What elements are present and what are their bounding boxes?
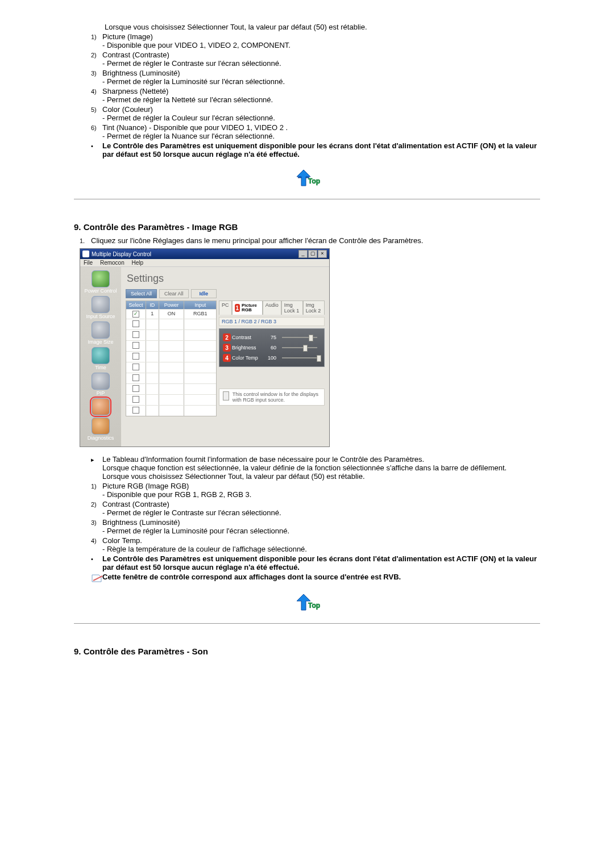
table-row[interactable] xyxy=(126,394,216,405)
slider-panel: 2 Contrast 75 3 Brightness 60 xyxy=(219,328,325,367)
tab-imglock1[interactable]: Img Lock 1 xyxy=(281,301,303,315)
separator-2 xyxy=(74,623,540,624)
mdc-main-title: Settings xyxy=(127,273,325,285)
table-row[interactable]: 1 ON RGB1 xyxy=(126,309,216,319)
item-4: 4) Sharpness (Netteté) - Permet de régle… xyxy=(91,87,540,104)
document-body: Lorsque vous choisissez Sélectionner Tou… xyxy=(74,23,540,656)
row-checkbox[interactable] xyxy=(132,342,139,349)
menu-help[interactable]: Help xyxy=(132,260,144,266)
top-fragment: Lorsque vous choisissez Sélectionner Tou… xyxy=(74,23,540,158)
item-1-title: Picture (Image) xyxy=(102,32,540,41)
table-row[interactable] xyxy=(126,319,216,329)
section-rgb-heading: 9. Contrôle des Paramètres - Image RGB xyxy=(74,222,540,232)
mdc-main: Settings Select All Clear All Idle Selec… xyxy=(121,267,329,446)
table-row[interactable] xyxy=(126,383,216,394)
menu-remocon[interactable]: Remocon xyxy=(100,260,125,266)
table-row[interactable] xyxy=(126,405,216,416)
callout-4: 4 xyxy=(223,354,231,362)
table-row[interactable] xyxy=(126,340,216,351)
top-link-1[interactable]: Top xyxy=(74,170,540,190)
row-checkbox[interactable] xyxy=(132,311,139,318)
idle-button[interactable]: Idle xyxy=(191,289,217,298)
slider-track[interactable] xyxy=(282,347,317,348)
row-checkbox[interactable] xyxy=(132,331,139,338)
mdc-title: Multiple Display Control xyxy=(92,251,151,257)
tab-imglock2[interactable]: Img Lock 2 xyxy=(303,301,325,315)
item-2-sub: - Permet de régler le Contraste sur l'éc… xyxy=(102,59,540,68)
item-5-sub: - Permet de régler la Couleur sur l'écra… xyxy=(102,114,540,122)
mdc-window: Multiple Display Control _ ▢ × File Remo… xyxy=(80,248,330,447)
table-row[interactable] xyxy=(126,351,216,362)
row-checkbox[interactable] xyxy=(132,320,139,327)
slider-track[interactable] xyxy=(282,337,317,338)
mdc-titlebar: Multiple Display Control _ ▢ × xyxy=(80,249,329,259)
top-link-2[interactable]: Top xyxy=(74,594,540,614)
minimize-button[interactable]: _ xyxy=(298,250,308,258)
item-4-sub: - Permet de régler la Netteté sur l'écra… xyxy=(102,95,540,104)
top-arrow-icon: Top xyxy=(293,170,321,188)
top-note: • Le Contrôle des Paramètres est uniquem… xyxy=(91,141,540,158)
subtabs: RGB 1 / RGB 2 / RGB 3 xyxy=(219,317,325,326)
menu-file[interactable]: File xyxy=(84,260,93,266)
th-select: Select xyxy=(126,301,146,309)
svg-text:Top: Top xyxy=(308,602,320,610)
row-checkbox[interactable] xyxy=(132,385,139,392)
slider-colortemp: 4 Color Temp 100 xyxy=(223,354,321,362)
table-row[interactable] xyxy=(126,373,216,383)
section-son-heading: 9. Contrôle des Paramètres - Son xyxy=(74,646,540,656)
row-checkbox[interactable] xyxy=(132,353,139,360)
table-row[interactable] xyxy=(126,362,216,373)
sidebar-power-control[interactable]: Power Control xyxy=(80,270,121,294)
tab-audio[interactable]: Audio xyxy=(263,301,281,315)
tabrow: PC 1 Picture RGB Audio Img Lock 1 Img Lo… xyxy=(219,301,325,315)
item-6-extra: - Disponible que pour VIDEO 1, VIDEO 2 . xyxy=(149,123,288,132)
th-power: Power xyxy=(159,301,185,309)
maximize-button[interactable]: ▢ xyxy=(308,250,317,258)
clear-all-button[interactable]: Clear All xyxy=(159,289,189,298)
rgb-item-3: 3) Brightness (Luminosité) - Permet de r… xyxy=(91,518,540,535)
item-1-sub: - Disponible que pour VIDEO 1, VIDEO 2, … xyxy=(102,41,540,49)
mdc-menubar: File Remocon Help xyxy=(80,259,329,267)
note-pin-icon xyxy=(91,574,103,583)
item-3-title: Brightness (Luminosité) xyxy=(102,69,540,77)
row-checkbox[interactable] xyxy=(132,364,139,370)
row-checkbox[interactable] xyxy=(132,407,139,414)
rgb-item-1: 1) Picture RGB (Image RGB) - Disponible … xyxy=(91,482,540,499)
sidebar-diagnostics[interactable]: Diagnostics xyxy=(80,418,121,441)
svg-text:Top: Top xyxy=(308,177,320,185)
slider-track[interactable] xyxy=(282,357,317,358)
sidebar-time[interactable]: Time xyxy=(80,347,121,370)
item-1: 1) Picture (Image) - Disponible que pour… xyxy=(91,32,540,49)
sidebar-image-size[interactable]: Image Size xyxy=(80,322,121,345)
sidebar-input-source[interactable]: Input Source xyxy=(80,296,121,319)
item-6-title: Tint (Nuance) xyxy=(102,123,147,132)
th-id: ID xyxy=(146,301,159,309)
rgb-after-block: ▸ Le Tableau d'Information fournit l'inf… xyxy=(74,455,540,583)
slider-brightness: 3 Brightness 60 xyxy=(223,344,321,352)
mdc-right-panel: PC 1 Picture RGB Audio Img Lock 1 Img Lo… xyxy=(219,301,325,416)
sidebar-settings[interactable] xyxy=(80,398,121,415)
info-icon xyxy=(223,391,229,400)
row-checkbox[interactable] xyxy=(132,374,139,381)
item-2: 2) Contrast (Contraste) - Permet de régl… xyxy=(91,51,540,68)
mdc-table: Select ID Power Input 1 ON RGB1 xyxy=(126,301,217,416)
mdc-sidebar: Power Control Input Source Image Size Ti… xyxy=(80,267,121,446)
item-5-title: Color (Couleur) xyxy=(102,105,540,114)
close-button[interactable]: × xyxy=(318,250,327,258)
item-6: 6) Tint (Nuance) - Disponible que pour V… xyxy=(91,123,540,140)
rgb-note-1: • Le Contrôle des Paramètres est uniquem… xyxy=(91,554,540,571)
item-6-sub: - Permet de régler la Nuance sur l'écran… xyxy=(102,132,540,140)
rgb-info-bullet: ▸ Le Tableau d'Information fournit l'inf… xyxy=(91,455,540,481)
item-3-sub: - Permet de régler la Luminosité sur l'é… xyxy=(102,77,540,86)
separator-1 xyxy=(74,199,540,199)
tab-picture-rgb[interactable]: 1 Picture RGB xyxy=(232,301,263,315)
slider-contrast: 2 Contrast 75 xyxy=(223,333,321,341)
rgb-item-4: 4) Color Temp. - Règle la température de… xyxy=(91,536,540,553)
sidebar-pip[interactable]: PIP xyxy=(80,373,121,396)
select-all-button[interactable]: Select All xyxy=(126,289,157,298)
row-checkbox[interactable] xyxy=(132,396,139,403)
tab-pc[interactable]: PC xyxy=(219,301,232,315)
table-row[interactable] xyxy=(126,329,216,340)
callout-1: 1 xyxy=(235,304,240,312)
th-input: Input xyxy=(184,301,216,309)
